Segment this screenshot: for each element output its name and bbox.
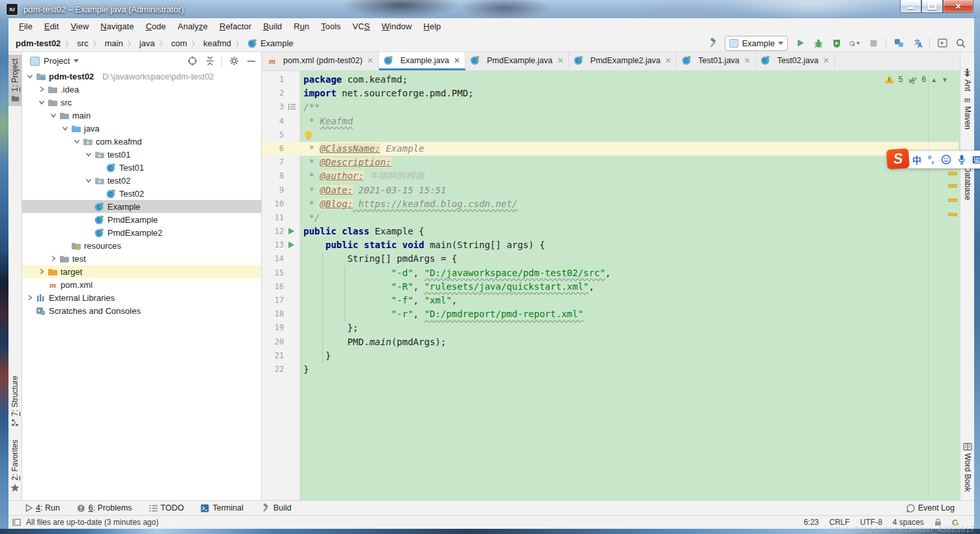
warning-stripe-mark[interactable] [948, 184, 957, 188]
code-text[interactable]: * @Blog: https://keafmd.blog.csdn.net/ [300, 197, 959, 211]
breadcrumb-item-src[interactable]: src [75, 38, 90, 48]
tab-close-icon[interactable]: ✕ [665, 56, 671, 65]
ime-voice-icon[interactable] [958, 154, 966, 165]
menu-item-navigate[interactable]: Navigate [94, 20, 139, 33]
tree-item-.idea[interactable]: .idea [22, 83, 261, 96]
menu-item-window[interactable]: Window [376, 20, 417, 33]
tab-close-icon[interactable]: ✕ [823, 56, 830, 65]
code-text[interactable]: String[] pmdArgs = { [300, 252, 959, 266]
run-line-icon[interactable] [288, 228, 294, 234]
chevron-down-icon[interactable] [72, 136, 82, 147]
code-text[interactable]: } [300, 349, 959, 363]
toolwindow-button-7-structure[interactable]: 7: Structure [8, 376, 21, 427]
code-text[interactable]: * @Date: 2021-03-15 15:51 [300, 184, 959, 197]
code-editor[interactable]: 1package com.keafmd;2import net.sourcefo… [262, 71, 960, 500]
tree-item-pmdexample2[interactable]: CPmdExample2 [22, 226, 261, 239]
toolwindow-button-2-favorites[interactable]: 2: Favorites [8, 440, 21, 492]
tree-item-main[interactable]: main [22, 109, 261, 122]
search-everywhere-icon[interactable] [955, 37, 966, 49]
tree-item-com.keafmd[interactable]: com.keafmd [22, 135, 261, 148]
breadcrumb-item-Example[interactable]: CExample [245, 38, 296, 48]
settings-gear-icon[interactable] [228, 55, 240, 67]
breadcrumb-item-java[interactable]: java [137, 38, 157, 48]
breadcrumb-item-pdm-test02[interactable]: pdm-test02 [14, 38, 63, 48]
tree-item-test01[interactable]: CTest01 [22, 161, 261, 174]
code-text[interactable]: * Keafmd [300, 115, 959, 128]
code-text[interactable]: } [300, 363, 959, 376]
menu-item-analyze[interactable]: Analyze [172, 20, 214, 33]
tree-item-java[interactable]: java [22, 122, 261, 135]
menu-item-build[interactable]: Build [257, 20, 288, 33]
menu-item-run[interactable]: Run [288, 20, 315, 33]
translate-g-icon[interactable]: G [952, 518, 959, 527]
event-log-button[interactable]: Event Log [906, 503, 955, 513]
debug-icon[interactable] [813, 37, 824, 49]
tree-item-example[interactable]: CExample [22, 200, 261, 213]
chevron-down-icon[interactable] [60, 123, 70, 134]
toolwindow-button-maven[interactable]: mMaven [960, 95, 974, 130]
chevron-down-icon[interactable] [36, 97, 47, 107]
editor-tab-pmdexample2.java[interactable]: CPmdExample2.java✕ [569, 52, 677, 70]
line-separator[interactable]: CRLF [830, 518, 850, 527]
toolwindow-button-1-project[interactable]: 1: Project [8, 55, 21, 106]
toolwindow-toggle-icon[interactable] [12, 518, 21, 526]
warning-stripe-mark[interactable] [948, 172, 957, 175]
tree-item-resources[interactable]: resources [22, 239, 261, 252]
code-text[interactable]: PMD.main(pmdArgs); [300, 335, 959, 349]
code-text[interactable] [300, 128, 959, 142]
code-text[interactable]: package com.keafmd; [300, 73, 959, 87]
tab-close-icon[interactable]: ✕ [367, 56, 374, 65]
toolwindow-button-word-book[interactable]: Word Book [960, 443, 974, 492]
prev-problem-icon[interactable]: ▲ [931, 76, 937, 83]
locate-icon[interactable] [186, 55, 198, 67]
next-problem-icon[interactable]: ▼ [942, 76, 948, 83]
toolwindow-button-4-run[interactable]: 4: Run [25, 503, 60, 513]
toolwindow-button-ant[interactable]: Ant [960, 68, 974, 91]
warning-stripe-mark[interactable] [948, 199, 957, 202]
tree-item-external-libraries[interactable]: External Libraries [22, 291, 261, 304]
sogou-logo-icon[interactable]: S [886, 148, 910, 169]
maximize-button[interactable] [921, 0, 943, 13]
ime-keyboard-icon[interactable] [972, 156, 980, 164]
editor-tab-test02.java[interactable]: CTest02.java✕ [756, 52, 835, 70]
collapse-all-icon[interactable] [204, 55, 216, 67]
doc-render-icon[interactable] [288, 103, 296, 111]
tree-item-test[interactable]: test [22, 252, 261, 265]
hide-panel-icon[interactable] [245, 55, 257, 67]
chevron-down-icon[interactable] [83, 175, 94, 186]
tree-item-test02[interactable]: CTest02 [22, 187, 261, 200]
toolwindow-button-6-problems[interactable]: 6: Problems [77, 503, 132, 513]
menu-item-file[interactable]: File [13, 20, 38, 33]
tree-item-test02[interactable]: test02 [22, 174, 261, 187]
menu-item-help[interactable]: Help [417, 20, 447, 33]
toolwindow-button-terminal[interactable]: Terminal [201, 503, 243, 513]
close-button[interactable]: ✕ [943, 0, 973, 13]
code-text[interactable]: * @ClassName: Example [300, 142, 959, 156]
tree-item-test01[interactable]: test01 [22, 148, 261, 161]
code-text[interactable]: "-d", "D:/javaworkspace/pdm-test02/src", [300, 266, 959, 280]
code-text[interactable]: import net.sourceforge.pmd.PMD; [300, 87, 959, 100]
warning-stripe-mark[interactable] [948, 213, 957, 216]
chevron-right-icon[interactable] [48, 253, 59, 264]
code-text[interactable]: "-R", "rulesets/java/quickstart.xml", [300, 280, 959, 294]
chevron-right-icon[interactable] [25, 292, 35, 303]
code-text[interactable]: "-f", "xml", [300, 294, 959, 307]
menu-item-edit[interactable]: Edit [38, 20, 64, 33]
file-encoding[interactable]: UTF-8 [860, 518, 882, 527]
tab-close-icon[interactable]: ✕ [744, 56, 751, 65]
tree-item-scratches-and-consoles[interactable]: Scratches and Consoles [22, 304, 261, 317]
chevron-down-icon[interactable] [25, 71, 35, 81]
menu-item-tools[interactable]: Tools [315, 20, 346, 33]
project-view-selector[interactable]: Project [26, 56, 79, 66]
code-text[interactable]: */ [300, 211, 959, 225]
readonly-lock-icon[interactable] [934, 518, 942, 526]
profiler-icon[interactable] [849, 37, 861, 49]
chevron-down-icon[interactable] [48, 110, 59, 120]
minimize-button[interactable] [900, 0, 921, 13]
ime-toolbar[interactable]: S 中 °, [887, 149, 980, 169]
project-structure-icon[interactable] [893, 37, 904, 49]
run-config-selector[interactable]: Example [725, 36, 788, 51]
code-text[interactable]: "-r", "D:/pmdreport/pmd-report.xml" [300, 307, 959, 321]
menu-item-vcs[interactable]: VCS [346, 20, 376, 33]
chevron-right-icon[interactable] [36, 84, 47, 94]
